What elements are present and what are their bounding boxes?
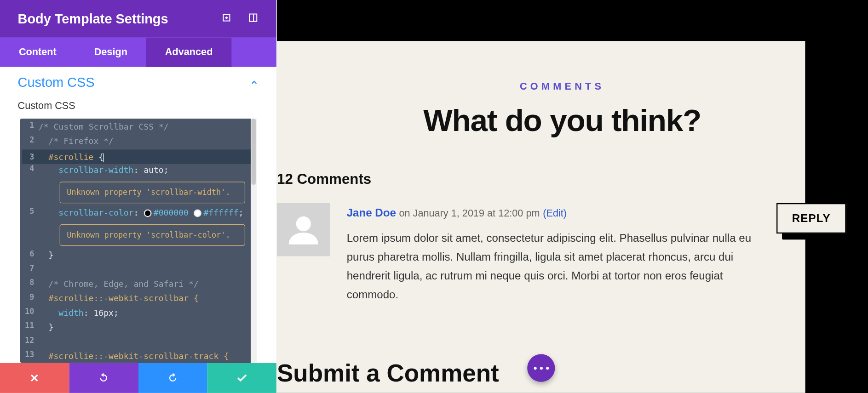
code-editor-wrap: 1/* Custom Scrollbar CSS */ 2/* Firefox … [20, 119, 256, 363]
discard-button[interactable] [0, 363, 69, 393]
settings-header: Body Template Settings [0, 0, 276, 38]
dock-icon[interactable] [247, 12, 259, 25]
submit-heading: Submit a Comment [277, 359, 847, 387]
lint-warning: Unknown property 'scrollbar-width'. [60, 182, 245, 203]
expand-icon[interactable] [221, 12, 232, 25]
comment-edit-link[interactable]: (Edit) [543, 208, 567, 219]
editor-scrollbar[interactable] [251, 119, 256, 363]
undo-button[interactable] [69, 363, 138, 393]
save-button[interactable] [207, 363, 276, 393]
svg-point-4 [296, 216, 311, 231]
tab-advanced[interactable]: Advanced [146, 38, 231, 67]
comments-heading: What do you think? [277, 103, 847, 138]
settings-title: Body Template Settings [18, 11, 168, 27]
comments-eyebrow: COMMENTS [277, 81, 847, 92]
field-label-custom-css: Custom CSS [18, 100, 259, 119]
chevron-up-icon [250, 75, 259, 91]
tab-content[interactable]: Content [0, 38, 75, 67]
preview-pane: COMMENTS What do you think? 12 Comments … [277, 0, 868, 393]
comment-author[interactable]: Jane Doe [347, 206, 396, 218]
comment-meta-line: Jane Doe on January 1, 2019 at 12:00 pm … [347, 203, 760, 222]
avatar [277, 203, 330, 256]
builder-fab[interactable] [527, 354, 555, 382]
settings-footer [0, 363, 276, 393]
comment-text: Lorem ipsum dolor sit amet, consectetur … [347, 228, 760, 304]
code-editor[interactable]: 1/* Custom Scrollbar CSS */ 2/* Firefox … [20, 119, 256, 363]
lint-warning: Unknown property 'scrollbar-color'. [60, 224, 245, 246]
comments-count: 12 Comments [277, 171, 847, 188]
section-header-custom-css[interactable]: Custom CSS [18, 75, 259, 100]
tabs: Content Design Advanced [0, 38, 276, 67]
svg-point-1 [226, 17, 227, 18]
reply-button[interactable]: REPLY [776, 203, 846, 234]
comment-item: Jane Doe on January 1, 2019 at 12:00 pm … [277, 203, 847, 304]
section-title: Custom CSS [18, 75, 95, 91]
preview-viewport[interactable]: COMMENTS What do you think? 12 Comments … [277, 41, 805, 393]
settings-panel: Body Template Settings Content Design Ad… [0, 0, 277, 393]
redo-button[interactable] [138, 363, 207, 393]
comment-timestamp: on January 1, 2019 at 12:00 pm [399, 208, 540, 219]
tab-design[interactable]: Design [75, 38, 146, 67]
